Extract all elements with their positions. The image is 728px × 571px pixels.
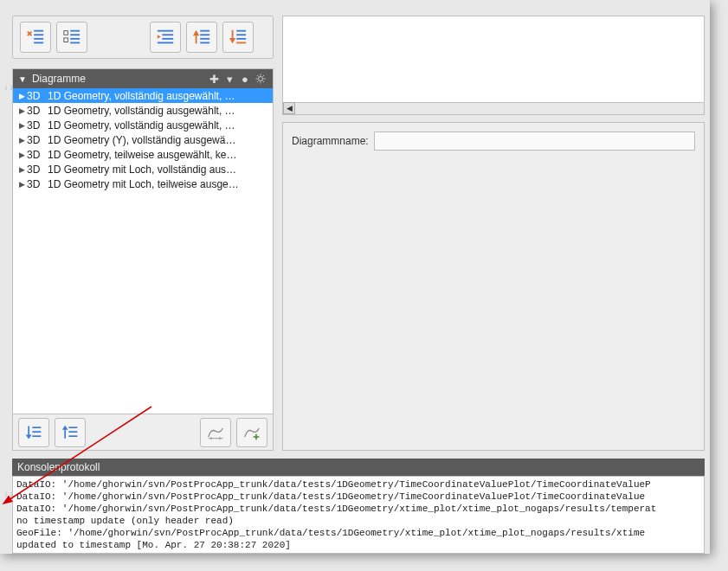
tree-row[interactable]: ▶3D1D Geometry, vollständig ausgewählt, … [13, 103, 273, 118]
svg-marker-16 [158, 35, 161, 39]
svg-rect-6 [64, 31, 68, 35]
list-remove-button[interactable] [20, 22, 51, 53]
move-down-button[interactable]: ▾ [222, 72, 236, 86]
tree-row[interactable]: ▶3D1D Geometry mit Loch, vollständig aus… [13, 162, 273, 176]
remove-diagram-button[interactable]: ● [238, 72, 252, 86]
diagram-tree[interactable]: ▶3D1D Geometry, vollständig ausgewählt, … [13, 88, 273, 415]
add-diagram-button[interactable]: ✚ [207, 72, 221, 86]
console-title: Konsolenprotokoll [17, 461, 100, 473]
diagram-name-label: Diagrammname: [292, 135, 369, 147]
chart-tool-a-button[interactable] [200, 418, 231, 447]
svg-line-36 [257, 81, 259, 83]
sort-down-button[interactable] [18, 418, 49, 447]
tree-tag: 3D [27, 105, 48, 117]
svg-line-34 [257, 75, 259, 77]
diagram-panel-header[interactable]: ▼ Diagramme ✚ ▾ ● [13, 69, 273, 88]
expand-triangle-icon: ▶ [16, 180, 27, 189]
chart-preview-area: ◀ [282, 16, 705, 115]
expand-triangle-icon: ▶ [16, 106, 27, 115]
list-checkbox-button[interactable] [56, 22, 87, 53]
expand-triangle-icon: ▶ [16, 121, 27, 130]
sort-up-icon [61, 424, 79, 441]
expand-triangle-icon: ▶ [16, 136, 27, 144]
tree-row[interactable]: ▶3D1D Geometry, vollständig ausgewählt, … [13, 88, 273, 103]
properties-panel: Diagrammname: [282, 122, 705, 451]
svg-marker-46 [62, 425, 68, 429]
tree-label: 1D Geometry, vollständig ausgewählt, … [48, 90, 269, 102]
chart-add-icon [243, 424, 261, 441]
tree-row[interactable]: ▶3D1D Geometry (Y), vollständig ausgewä… [13, 132, 273, 147]
panel-bottom-toolbar [13, 414, 273, 450]
tree-row[interactable]: ▶3D1D Geometry, vollständig ausgewählt, … [13, 118, 273, 132]
splitter-handle[interactable]: ⋮⋮⋮⋮⋮ [3, 87, 9, 112]
diagram-name-input[interactable] [374, 132, 695, 151]
console-header[interactable]: Konsolenprotokoll [12, 459, 705, 476]
horizontal-scrollbar[interactable] [295, 102, 704, 114]
collapse-triangle-icon: ▼ [18, 74, 27, 84]
tree-row[interactable]: ▶3D1D Geometry, teilweise ausgewählt, ke… [13, 147, 273, 162]
svg-line-35 [263, 81, 265, 83]
svg-point-29 [259, 77, 263, 81]
svg-rect-7 [64, 38, 68, 42]
tree-tag: 3D [27, 134, 48, 146]
svg-line-37 [263, 75, 265, 77]
tree-tag: 3D [27, 178, 48, 190]
svg-marker-42 [26, 434, 32, 439]
chart-tool-b-button[interactable] [236, 418, 267, 447]
tree-label: 1D Geometry, teilweise ausgewählt, ke… [48, 149, 269, 161]
tree-label: 1D Geometry (Y), vollständig ausgewä… [48, 134, 269, 146]
console-output[interactable]: DataIO: '/home/ghorwin/svn/PostProcApp_t… [12, 476, 705, 554]
chart-range-icon [207, 424, 224, 441]
svg-marker-28 [229, 38, 235, 43]
list-check-icon [62, 28, 81, 47]
tree-label: 1D Geometry, vollständig ausgewählt, … [48, 119, 269, 132]
tree-tag: 3D [27, 119, 48, 132]
list-arrow-up-button[interactable] [186, 22, 217, 53]
panel-title: Diagramme [32, 73, 205, 85]
tree-label: 1D Geometry mit Loch, vollständig aus… [48, 164, 269, 176]
list-indent-icon [156, 28, 175, 47]
gear-icon [255, 74, 266, 84]
tree-tag: 3D [27, 164, 48, 176]
list-arrow-up-icon [192, 28, 211, 47]
tree-tag: 3D [27, 90, 48, 102]
sort-up-button[interactable] [55, 418, 86, 447]
tree-row[interactable]: ▶3D1D Geometry mit Loch, teilweise ausge… [13, 176, 273, 191]
list-arrow-down-button[interactable] [222, 22, 254, 53]
list-arrow-down-icon [229, 28, 248, 47]
tree-label: 1D Geometry, vollständig ausgewählt, … [48, 105, 269, 117]
list-indent-button[interactable] [150, 22, 181, 53]
splitter-handle[interactable]: ⋮⋮⋮⋮⋮ [3, 493, 9, 519]
scroll-left-button[interactable]: ◀ [283, 102, 295, 114]
expand-triangle-icon: ▶ [16, 92, 27, 100]
tree-label: 1D Geometry mit Loch, teilweise ausge… [48, 178, 269, 190]
tree-tag: 3D [27, 149, 48, 161]
top-toolbar [12, 16, 274, 59]
list-x-icon [26, 28, 45, 47]
expand-triangle-icon: ▶ [16, 151, 27, 159]
sort-down-icon [25, 424, 42, 441]
diagram-panel: ▼ Diagramme ✚ ▾ ● ▶3D1D Geometry, vollst… [12, 68, 274, 451]
svg-marker-21 [193, 30, 199, 35]
expand-triangle-icon: ▶ [16, 165, 27, 174]
settings-button[interactable] [254, 72, 267, 86]
